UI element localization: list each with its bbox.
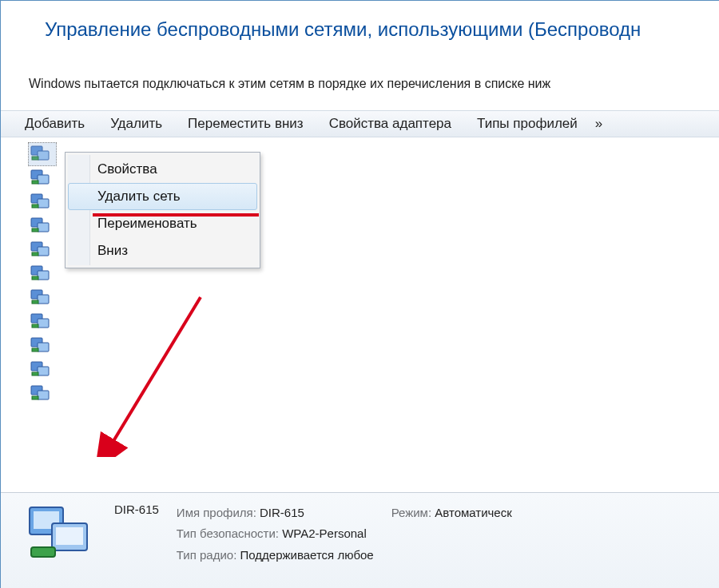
- radio-type-value: Поддерживается любое: [240, 548, 374, 562]
- profile-types-button[interactable]: Типы профилей: [477, 116, 578, 132]
- details-network-name: DIR-615: [114, 503, 159, 516]
- ctx-delete-network[interactable]: Удалить сеть: [68, 183, 257, 210]
- network-list: Свойства Удалить сеть Переименовать Вниз: [1, 137, 719, 441]
- network-item[interactable]: [30, 336, 54, 355]
- network-item[interactable]: [30, 383, 54, 403]
- svg-rect-7: [38, 199, 49, 208]
- network-item[interactable]: [30, 168, 54, 187]
- svg-rect-29: [32, 372, 38, 375]
- network-item[interactable]: [30, 312, 54, 331]
- ctx-properties[interactable]: Свойства: [68, 156, 257, 183]
- network-item[interactable]: [30, 360, 54, 379]
- svg-rect-19: [38, 295, 49, 304]
- svg-rect-23: [32, 324, 38, 328]
- svg-rect-10: [38, 223, 49, 232]
- svg-rect-25: [38, 343, 49, 352]
- svg-rect-1: [38, 151, 49, 160]
- network-item[interactable]: [30, 216, 54, 235]
- svg-rect-0: [31, 146, 42, 155]
- remove-button[interactable]: Удалить: [110, 116, 162, 132]
- svg-rect-37: [56, 527, 83, 545]
- network-large-icon: [25, 503, 97, 562]
- security-type-value: WPA2-Personal: [282, 526, 367, 540]
- svg-rect-22: [38, 319, 49, 328]
- svg-rect-13: [38, 247, 49, 256]
- radio-type-label: Тип радио:: [177, 548, 237, 562]
- svg-rect-2: [32, 157, 38, 160]
- profile-name-value: DIR-615: [260, 506, 304, 519]
- network-item[interactable]: [30, 192, 54, 211]
- svg-line-33: [111, 297, 201, 445]
- move-down-button[interactable]: Переместить вниз: [188, 116, 304, 132]
- adapter-properties-button[interactable]: Свойства адаптера: [329, 116, 451, 132]
- network-item[interactable]: [30, 288, 54, 307]
- highlight-underline: [93, 213, 259, 217]
- svg-rect-32: [32, 396, 38, 399]
- svg-rect-38: [31, 547, 55, 557]
- profile-name-label: Имя профиля:: [177, 506, 256, 519]
- svg-rect-16: [38, 271, 49, 280]
- toolbar: Добавить Удалить Переместить вниз Свойст…: [1, 110, 719, 137]
- svg-rect-4: [38, 175, 49, 184]
- svg-rect-26: [32, 348, 38, 352]
- manage-wireless-window: Управление беспроводными сетями, использ…: [0, 0, 719, 588]
- svg-rect-17: [32, 276, 38, 280]
- network-item[interactable]: [30, 240, 54, 259]
- security-type-label: Тип безопасности:: [177, 526, 279, 540]
- ctx-move-down[interactable]: Вниз: [68, 237, 257, 264]
- mode-label: Режим:: [391, 506, 431, 519]
- svg-rect-20: [32, 300, 38, 304]
- page-title: Управление беспроводными сетями, использ…: [45, 18, 695, 41]
- network-item[interactable]: [30, 264, 54, 283]
- add-button[interactable]: Добавить: [25, 116, 85, 132]
- svg-rect-28: [38, 367, 49, 375]
- svg-rect-8: [32, 205, 38, 208]
- page-subtitle: Windows пытается подключаться к этим сет…: [1, 49, 719, 99]
- svg-rect-11: [32, 228, 38, 232]
- annotation-arrow-icon: [97, 289, 209, 457]
- context-menu: Свойства Удалить сеть Переименовать Вниз: [65, 152, 260, 268]
- toolbar-overflow-icon[interactable]: »: [595, 116, 602, 132]
- details-pane: DIR-615 Имя профиля: DIR-615 Тип безопас…: [1, 492, 719, 588]
- svg-rect-5: [32, 181, 38, 184]
- svg-rect-31: [38, 391, 49, 399]
- mode-value: Автоматическ: [435, 506, 511, 519]
- svg-rect-14: [32, 252, 38, 256]
- network-item[interactable]: [30, 144, 54, 163]
